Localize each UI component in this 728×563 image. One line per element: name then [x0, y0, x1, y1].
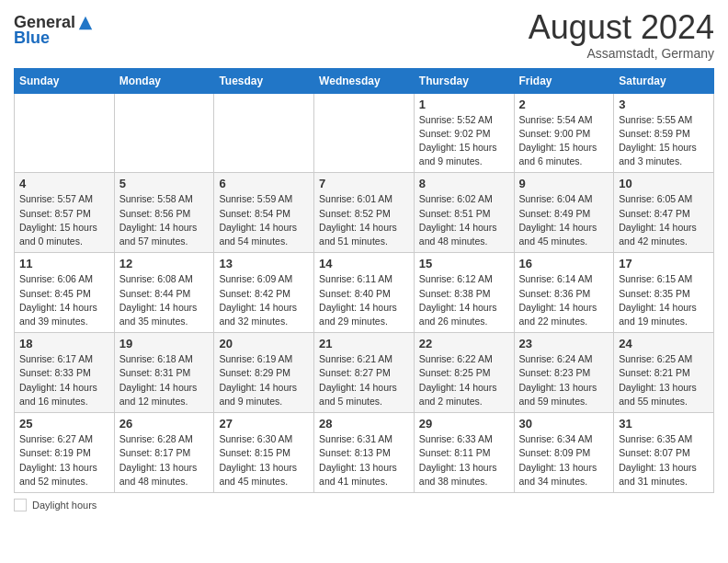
day-info: Sunrise: 6:33 AMSunset: 8:11 PMDaylight:… — [419, 432, 509, 488]
day-number: 14 — [319, 257, 409, 270]
day-info: Sunrise: 6:12 AMSunset: 8:38 PMDaylight:… — [419, 272, 509, 328]
day-info: Sunrise: 5:58 AMSunset: 8:56 PMDaylight:… — [119, 192, 210, 248]
calendar-day-cell: 2Sunrise: 5:54 AMSunset: 9:00 PMDaylight… — [514, 93, 614, 173]
day-number: 30 — [519, 417, 609, 431]
day-info: Sunrise: 6:35 AMSunset: 8:07 PMDaylight:… — [619, 432, 709, 488]
calendar-day-cell: 31Sunrise: 6:35 AMSunset: 8:07 PMDayligh… — [614, 413, 714, 493]
day-number: 16 — [519, 257, 609, 270]
day-number: 3 — [619, 98, 709, 111]
day-info: Sunrise: 5:54 AMSunset: 9:00 PMDaylight:… — [519, 113, 609, 169]
calendar-day-cell: 16Sunrise: 6:14 AMSunset: 8:36 PMDayligh… — [514, 253, 614, 333]
day-number: 6 — [219, 177, 309, 190]
day-info: Sunrise: 5:52 AMSunset: 9:02 PMDaylight:… — [419, 113, 509, 169]
day-number: 21 — [319, 337, 409, 350]
day-number: 28 — [319, 417, 409, 431]
day-info: Sunrise: 6:14 AMSunset: 8:36 PMDaylight:… — [519, 272, 609, 328]
title-block: August 2024 Assamstadt, Germany — [529, 9, 714, 61]
calendar-day-cell: 11Sunrise: 6:06 AMSunset: 8:45 PMDayligh… — [15, 253, 115, 333]
calendar-day-cell: 1Sunrise: 5:52 AMSunset: 9:02 PMDaylight… — [414, 93, 514, 173]
day-info: Sunrise: 6:15 AMSunset: 8:35 PMDaylight:… — [619, 272, 709, 328]
calendar-day-cell: 13Sunrise: 6:09 AMSunset: 8:42 PMDayligh… — [214, 253, 314, 333]
calendar-dow-header: Sunday — [15, 68, 115, 93]
day-number: 27 — [219, 417, 309, 431]
calendar-day-cell: 18Sunrise: 6:17 AMSunset: 8:33 PMDayligh… — [15, 333, 115, 413]
day-info: Sunrise: 6:01 AMSunset: 8:52 PMDaylight:… — [319, 192, 409, 248]
calendar-day-cell: 21Sunrise: 6:21 AMSunset: 8:27 PMDayligh… — [314, 333, 415, 413]
calendar-day-cell: 6Sunrise: 5:59 AMSunset: 8:54 PMDaylight… — [214, 173, 314, 253]
calendar-dow-header: Wednesday — [314, 68, 415, 93]
calendar-day-cell: 30Sunrise: 6:34 AMSunset: 8:09 PMDayligh… — [514, 413, 614, 493]
day-info: Sunrise: 6:30 AMSunset: 8:15 PMDaylight:… — [219, 432, 309, 488]
calendar-day-cell: 3Sunrise: 5:55 AMSunset: 8:59 PMDaylight… — [614, 93, 714, 173]
day-info: Sunrise: 6:04 AMSunset: 8:49 PMDaylight:… — [519, 192, 609, 248]
calendar-table: SundayMondayTuesdayWednesdayThursdayFrid… — [14, 68, 714, 493]
day-info: Sunrise: 6:34 AMSunset: 8:09 PMDaylight:… — [519, 432, 609, 488]
calendar-dow-header: Monday — [114, 68, 214, 93]
day-info: Sunrise: 6:05 AMSunset: 8:47 PMDaylight:… — [619, 192, 709, 248]
day-info: Sunrise: 6:31 AMSunset: 8:13 PMDaylight:… — [319, 432, 409, 488]
calendar-header-row: SundayMondayTuesdayWednesdayThursdayFrid… — [15, 68, 714, 93]
daylight-label: Daylight hours — [32, 500, 97, 511]
svg-marker-0 — [79, 16, 92, 29]
day-info: Sunrise: 6:08 AMSunset: 8:44 PMDaylight:… — [119, 272, 210, 328]
day-number: 8 — [419, 177, 509, 190]
day-info: Sunrise: 6:18 AMSunset: 8:31 PMDaylight:… — [119, 352, 210, 408]
day-info: Sunrise: 6:27 AMSunset: 8:19 PMDaylight:… — [19, 432, 109, 488]
day-number: 13 — [219, 257, 309, 270]
day-number: 25 — [19, 417, 109, 431]
calendar-week-row: 18Sunrise: 6:17 AMSunset: 8:33 PMDayligh… — [15, 333, 714, 413]
page-header: General Blue August 2024 Assamstadt, Ger… — [14, 9, 714, 61]
day-number: 20 — [219, 337, 309, 350]
day-info: Sunrise: 6:19 AMSunset: 8:29 PMDaylight:… — [219, 352, 309, 408]
day-number: 31 — [619, 417, 709, 431]
day-number: 24 — [619, 337, 709, 350]
calendar-day-cell: 20Sunrise: 6:19 AMSunset: 8:29 PMDayligh… — [214, 333, 314, 413]
logo-icon — [77, 15, 94, 31]
day-number: 2 — [519, 98, 609, 111]
daylight-box-icon — [14, 499, 27, 511]
calendar-day-cell: 14Sunrise: 6:11 AMSunset: 8:40 PMDayligh… — [314, 253, 415, 333]
day-number: 19 — [119, 337, 210, 350]
day-number: 7 — [319, 177, 409, 190]
calendar-day-cell: 5Sunrise: 5:58 AMSunset: 8:56 PMDaylight… — [114, 173, 214, 253]
day-info: Sunrise: 6:17 AMSunset: 8:33 PMDaylight:… — [19, 352, 109, 408]
day-number: 15 — [419, 257, 509, 270]
day-number: 5 — [119, 177, 210, 190]
day-info: Sunrise: 5:57 AMSunset: 8:57 PMDaylight:… — [19, 192, 109, 248]
day-info: Sunrise: 6:24 AMSunset: 8:23 PMDaylight:… — [519, 352, 609, 408]
day-number: 4 — [19, 177, 109, 190]
calendar-day-cell — [114, 93, 214, 173]
calendar-day-cell — [214, 93, 314, 173]
day-info: Sunrise: 6:02 AMSunset: 8:51 PMDaylight:… — [419, 192, 509, 248]
day-number: 9 — [519, 177, 609, 190]
calendar-day-cell: 29Sunrise: 6:33 AMSunset: 8:11 PMDayligh… — [414, 413, 514, 493]
calendar-day-cell: 26Sunrise: 6:28 AMSunset: 8:17 PMDayligh… — [114, 413, 214, 493]
day-info: Sunrise: 5:55 AMSunset: 8:59 PMDaylight:… — [619, 113, 709, 169]
day-number: 17 — [619, 257, 709, 270]
calendar-day-cell: 23Sunrise: 6:24 AMSunset: 8:23 PMDayligh… — [514, 333, 614, 413]
calendar-day-cell — [314, 93, 415, 173]
calendar-week-row: 11Sunrise: 6:06 AMSunset: 8:45 PMDayligh… — [15, 253, 714, 333]
day-info: Sunrise: 6:06 AMSunset: 8:45 PMDaylight:… — [19, 272, 109, 328]
calendar-dow-header: Tuesday — [214, 68, 314, 93]
calendar-day-cell: 10Sunrise: 6:05 AMSunset: 8:47 PMDayligh… — [614, 173, 714, 253]
calendar-day-cell: 27Sunrise: 6:30 AMSunset: 8:15 PMDayligh… — [214, 413, 314, 493]
calendar-day-cell: 22Sunrise: 6:22 AMSunset: 8:25 PMDayligh… — [414, 333, 514, 413]
day-number: 29 — [419, 417, 509, 431]
calendar-day-cell: 25Sunrise: 6:27 AMSunset: 8:19 PMDayligh… — [15, 413, 115, 493]
day-info: Sunrise: 6:22 AMSunset: 8:25 PMDaylight:… — [419, 352, 509, 408]
day-info: Sunrise: 6:21 AMSunset: 8:27 PMDaylight:… — [319, 352, 409, 408]
calendar-day-cell — [15, 93, 115, 173]
day-number: 26 — [119, 417, 210, 431]
location-subtitle: Assamstadt, Germany — [529, 46, 714, 61]
logo: General Blue — [14, 9, 94, 48]
calendar-dow-header: Saturday — [614, 68, 714, 93]
calendar-day-cell: 19Sunrise: 6:18 AMSunset: 8:31 PMDayligh… — [114, 333, 214, 413]
month-year-title: August 2024 — [529, 9, 714, 46]
day-info: Sunrise: 6:11 AMSunset: 8:40 PMDaylight:… — [319, 272, 409, 328]
logo-blue-text: Blue — [14, 29, 50, 48]
day-info: Sunrise: 5:59 AMSunset: 8:54 PMDaylight:… — [219, 192, 309, 248]
day-info: Sunrise: 6:28 AMSunset: 8:17 PMDaylight:… — [119, 432, 210, 488]
calendar-day-cell: 7Sunrise: 6:01 AMSunset: 8:52 PMDaylight… — [314, 173, 415, 253]
day-number: 23 — [519, 337, 609, 350]
